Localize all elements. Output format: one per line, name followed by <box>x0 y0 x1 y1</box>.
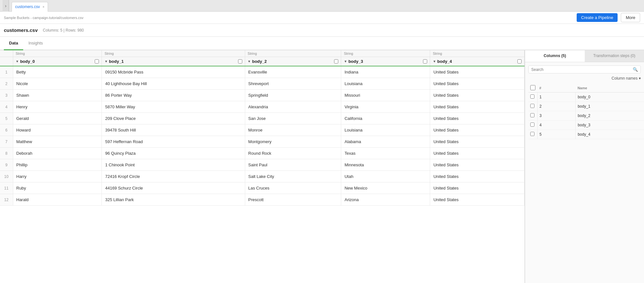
file-meta: Columns: 5 | Rows: 980 <box>43 28 84 33</box>
cell-12-3: Arizona <box>341 194 430 206</box>
cell-4-0: Henry <box>13 101 102 113</box>
subtitle-bar: Sample Buckets - campaign-tutorial/custo… <box>0 12 644 24</box>
create-pipeline-button[interactable]: Create a Pipeline <box>577 13 618 22</box>
cell-9-4: United States <box>430 159 524 171</box>
transformation-tab[interactable]: Transformation steps (0) <box>585 50 644 62</box>
table-row: 4Henry5870 Miller WayAlexandriaVirginiaU… <box>0 101 524 113</box>
cell-3-1: 86 Porter Way <box>102 90 245 101</box>
column-row: 1 body_0 100% <box>528 93 644 102</box>
tab-insights[interactable]: Insights <box>23 37 48 50</box>
cell-9-0: Phillip <box>13 159 102 171</box>
tab-data[interactable]: Data <box>4 37 23 50</box>
col-4-checkbox[interactable] <box>517 59 522 63</box>
cell-9-1: 1 Chinook Point <box>102 159 245 171</box>
col-row-num: 2 <box>537 102 576 111</box>
columns-panel: 🔍 Column names ▾ # Name Completion <box>525 62 644 283</box>
table-row: 12Harald325 Lillian ParkPrescottArizonaU… <box>0 194 524 206</box>
cell-8-2: Round Rock <box>245 148 341 159</box>
row-number: 9 <box>0 159 13 171</box>
breadcrumb: Sample Buckets - campaign-tutorial/custo… <box>4 16 83 20</box>
col-names-dropdown[interactable]: Column names ▾ <box>528 76 641 81</box>
col-4-name: body_4 <box>437 59 452 64</box>
cell-3-4: United States <box>430 90 524 101</box>
col-0-checkbox[interactable] <box>95 59 99 63</box>
col-3-type: String <box>341 50 430 57</box>
col-2-header[interactable]: ▼ body_2 <box>245 57 341 66</box>
col-row-checkbox[interactable] <box>530 104 534 108</box>
cell-8-0: Deborah <box>13 148 102 159</box>
col-1-name: body_1 <box>109 59 124 64</box>
cell-4-1: 5870 Miller Way <box>102 101 245 113</box>
tab-nav: Data Insights <box>0 37 644 50</box>
col-row-num: 3 <box>537 111 576 121</box>
col-1-checkbox[interactable] <box>238 59 242 63</box>
tab-close-button[interactable]: × <box>43 5 44 9</box>
col-2-type: String <box>245 50 341 57</box>
col-0-caret[interactable]: ▼ <box>16 60 19 63</box>
col-4-header[interactable]: ▼ body_4 <box>430 57 524 66</box>
columns-table-header: # Name Completion <box>528 84 644 93</box>
col-num-header: # <box>537 84 576 93</box>
cell-5-2: San Jose <box>245 113 341 124</box>
cell-5-3: California <box>341 113 430 124</box>
cell-1-4: United States <box>430 66 524 78</box>
chevron-down-icon: ▾ <box>639 76 641 81</box>
cell-3-0: Shawn <box>13 90 102 101</box>
cell-3-3: Missouri <box>341 90 430 101</box>
row-number: 2 <box>0 78 13 90</box>
right-panel: Columns (5) Transformation steps (0) 🔍 C… <box>525 50 644 283</box>
cell-1-1: 09150 Mcbride Pass <box>102 66 245 78</box>
columns-tab[interactable]: Columns (5) <box>525 50 585 62</box>
row-number: 5 <box>0 113 13 124</box>
master-select-checkbox[interactable] <box>530 85 535 90</box>
columns-body: 1 body_0 100% 2 body_1 100% 3 body_2 100… <box>528 93 644 139</box>
row-num-header <box>0 57 13 66</box>
right-panel-tabs: Columns (5) Transformation steps (0) <box>525 50 644 62</box>
col-4-caret[interactable]: ▼ <box>433 60 436 63</box>
cell-8-1: 96 Quincy Plaza <box>102 148 245 159</box>
search-input[interactable] <box>531 67 633 72</box>
col-row-checkbox[interactable] <box>530 132 534 136</box>
cell-11-4: United States <box>430 182 524 194</box>
col-row-name: body_0 <box>576 93 644 102</box>
col-2-checkbox[interactable] <box>334 59 338 63</box>
cell-11-0: Ruby <box>13 182 102 194</box>
cell-12-1: 325 Lillian Park <box>102 194 245 206</box>
cell-11-2: Las Cruces <box>245 182 341 194</box>
main-content: String String String String String ▼ bod… <box>0 50 644 283</box>
cell-10-0: Harry <box>13 171 102 182</box>
col-3-checkbox[interactable] <box>423 59 427 63</box>
col-3-header[interactable]: ▼ body_3 <box>341 57 430 66</box>
cell-3-2: Springfield <box>245 90 341 101</box>
col-2-caret[interactable]: ▼ <box>248 60 251 63</box>
col-1-caret[interactable]: ▼ <box>104 60 108 63</box>
column-row: 3 body_2 100% <box>528 111 644 121</box>
cell-12-0: Harald <box>13 194 102 206</box>
col-row-checkbox[interactable] <box>530 113 534 117</box>
row-number: 6 <box>0 124 13 136</box>
col-row-checkbox[interactable] <box>530 122 534 127</box>
col-0-name: body_0 <box>20 59 35 64</box>
cell-5-0: Gerald <box>13 113 102 124</box>
row-num-type-header <box>0 50 13 57</box>
table-container[interactable]: String String String String String ▼ bod… <box>0 50 525 283</box>
column-row: 4 body_3 100% <box>528 121 644 130</box>
cell-5-1: 209 Clove Place <box>102 113 245 124</box>
col-row-checkbox[interactable] <box>530 94 534 99</box>
cell-10-3: Utah <box>341 171 430 182</box>
cell-10-2: Salt Lake City <box>245 171 341 182</box>
table-row: 10Harry72416 Kropf CircleSalt Lake CityU… <box>0 171 524 182</box>
col-1-type: String <box>102 50 245 57</box>
col-0-header[interactable]: ▼ body_0 <box>13 57 102 66</box>
col-4-type: String <box>430 50 524 57</box>
col-3-caret[interactable]: ▼ <box>344 60 347 63</box>
cell-10-4: United States <box>430 171 524 182</box>
col-1-header[interactable]: ▼ body_1 <box>102 57 245 66</box>
cell-10-1: 72416 Kropf Circle <box>102 171 245 182</box>
sidebar-toggle[interactable]: › <box>3 0 9 12</box>
cell-7-2: Montgomery <box>245 136 341 148</box>
file-tab[interactable]: customers.csv × <box>12 2 48 12</box>
type-row: String String String String String <box>0 50 524 57</box>
more-button[interactable]: More <box>621 13 640 22</box>
cell-9-2: Saint Paul <box>245 159 341 171</box>
